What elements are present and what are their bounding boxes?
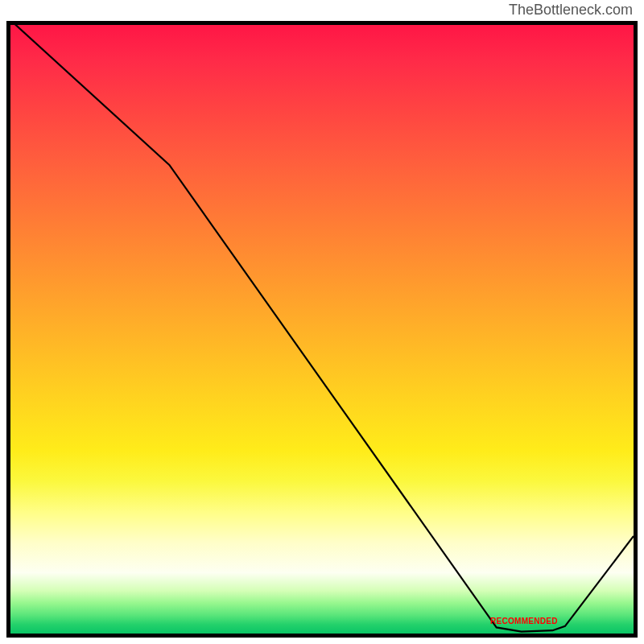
chart-frame: RECOMMENDED [6, 21, 638, 638]
attribution-text: TheBottleneck.com [509, 2, 633, 19]
chart-curve [10, 25, 634, 634]
recommended-annotation: RECOMMENDED [490, 617, 558, 625]
